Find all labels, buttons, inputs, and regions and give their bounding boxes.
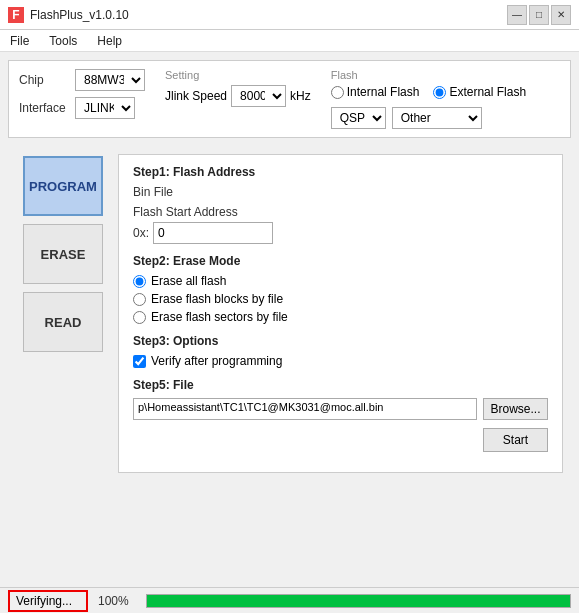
jlink-speed-label: Jlink Speed bbox=[165, 89, 227, 103]
step3-section: Step3: Options Verify after programming bbox=[133, 334, 548, 368]
right-panel: Step1: Flash Address Bin File Flash Star… bbox=[118, 154, 563, 473]
body-layout: PROGRAM ERASE READ Step1: Flash Address … bbox=[8, 146, 571, 473]
start-row: Start bbox=[133, 428, 548, 452]
step3-title: Step3: Options bbox=[133, 334, 548, 348]
status-text-box: Verifying... bbox=[8, 590, 88, 612]
browse-button[interactable]: Browse... bbox=[483, 398, 548, 420]
chip-select[interactable]: 88MW30X bbox=[75, 69, 145, 91]
jlink-speed-unit: kHz bbox=[290, 89, 311, 103]
erase-blocks-radio[interactable] bbox=[133, 293, 146, 306]
verify-label: Verify after programming bbox=[151, 354, 282, 368]
interface-select[interactable]: JLINK bbox=[75, 97, 135, 119]
erase-button[interactable]: ERASE bbox=[23, 224, 103, 284]
verify-checkbox[interactable] bbox=[133, 355, 146, 368]
chip-interface-group: Chip 88MW30X Interface JLINK bbox=[19, 69, 145, 119]
chip-row: Chip 88MW30X bbox=[19, 69, 145, 91]
erase-sectors-option[interactable]: Erase flash sectors by file bbox=[133, 310, 548, 324]
interface-label: Interface bbox=[19, 101, 69, 115]
maximize-button[interactable]: □ bbox=[529, 5, 549, 25]
menu-file[interactable]: File bbox=[6, 32, 33, 50]
close-button[interactable]: ✕ bbox=[551, 5, 571, 25]
jlink-speed-select[interactable]: 8000 bbox=[231, 85, 286, 107]
menu-tools[interactable]: Tools bbox=[45, 32, 81, 50]
file-path-display: p\Homeassistant\TC1\TC1@MK3031@moc.all.b… bbox=[133, 398, 477, 420]
bin-file-row: Bin File bbox=[133, 185, 548, 199]
read-button[interactable]: READ bbox=[23, 292, 103, 352]
step1-section: Step1: Flash Address Bin File Flash Star… bbox=[133, 165, 548, 244]
left-buttons: PROGRAM ERASE READ bbox=[8, 146, 118, 473]
step2-section: Step2: Erase Mode Erase all flash Erase … bbox=[133, 254, 548, 324]
step2-title: Step2: Erase Mode bbox=[133, 254, 548, 268]
file-row: p\Homeassistant\TC1\TC1@MK3031@moc.all.b… bbox=[133, 398, 548, 420]
status-bar: Verifying... 100% bbox=[0, 587, 579, 613]
external-flash-label: External Flash bbox=[449, 85, 526, 99]
erase-sectors-radio[interactable] bbox=[133, 311, 146, 324]
erase-mode-group: Erase all flash Erase flash blocks by fi… bbox=[133, 274, 548, 324]
setting-group: Setting Jlink Speed 8000 kHz bbox=[165, 69, 311, 107]
erase-blocks-label: Erase flash blocks by file bbox=[151, 292, 283, 306]
flash-addr-input[interactable] bbox=[153, 222, 273, 244]
jlink-speed-row: Jlink Speed 8000 kHz bbox=[165, 85, 311, 107]
top-panel: Chip 88MW30X Interface JLINK Setting Jli… bbox=[8, 60, 571, 138]
program-button[interactable]: PROGRAM bbox=[23, 156, 103, 216]
erase-all-radio[interactable] bbox=[133, 275, 146, 288]
progress-bar-fill bbox=[147, 595, 570, 607]
step5-section: Step5: File p\Homeassistant\TC1\TC1@MK30… bbox=[133, 378, 548, 452]
other-select[interactable]: Other bbox=[392, 107, 482, 129]
flash-addr-input-row: 0x: bbox=[133, 222, 548, 244]
erase-all-label: Erase all flash bbox=[151, 274, 226, 288]
flash-radio-row: Internal Flash External Flash bbox=[331, 85, 526, 99]
title-bar: F FlashPlus_v1.0.10 — □ ✕ bbox=[0, 0, 579, 30]
flash-addr-prefix: 0x: bbox=[133, 226, 149, 240]
interface-row: Interface JLINK bbox=[19, 97, 145, 119]
step1-title: Step1: Flash Address bbox=[133, 165, 548, 179]
external-flash-radio[interactable] bbox=[433, 86, 446, 99]
erase-blocks-option[interactable]: Erase flash blocks by file bbox=[133, 292, 548, 306]
title-bar-left: F FlashPlus_v1.0.10 bbox=[8, 7, 129, 23]
window-controls: — □ ✕ bbox=[507, 5, 571, 25]
setting-label: Setting bbox=[165, 69, 311, 81]
chip-label: Chip bbox=[19, 73, 69, 87]
flash-select-row: QSPI Other bbox=[331, 107, 526, 129]
menu-bar: File Tools Help bbox=[0, 30, 579, 52]
menu-help[interactable]: Help bbox=[93, 32, 126, 50]
external-flash-option[interactable]: External Flash bbox=[433, 85, 526, 99]
flash-address-row: Flash Start Address 0x: bbox=[133, 205, 548, 244]
internal-flash-option[interactable]: Internal Flash bbox=[331, 85, 420, 99]
flash-start-label: Flash Start Address bbox=[133, 205, 548, 219]
progress-area: 100% bbox=[98, 594, 571, 608]
erase-sectors-label: Erase flash sectors by file bbox=[151, 310, 288, 324]
app-title: FlashPlus_v1.0.10 bbox=[30, 8, 129, 22]
internal-flash-label: Internal Flash bbox=[347, 85, 420, 99]
verify-option[interactable]: Verify after programming bbox=[133, 354, 548, 368]
flash-section-label: Flash bbox=[331, 69, 526, 81]
qspi-select[interactable]: QSPI bbox=[331, 107, 386, 129]
internal-flash-radio[interactable] bbox=[331, 86, 344, 99]
progress-percent: 100% bbox=[98, 594, 138, 608]
app-icon: F bbox=[8, 7, 24, 23]
bin-file-label: Bin File bbox=[133, 185, 173, 199]
progress-bar-background bbox=[146, 594, 571, 608]
erase-all-option[interactable]: Erase all flash bbox=[133, 274, 548, 288]
minimize-button[interactable]: — bbox=[507, 5, 527, 25]
status-text: Verifying... bbox=[16, 594, 72, 608]
flash-group: Flash Internal Flash External Flash QSPI… bbox=[331, 69, 526, 129]
start-button[interactable]: Start bbox=[483, 428, 548, 452]
step5-title: Step5: File bbox=[133, 378, 548, 392]
